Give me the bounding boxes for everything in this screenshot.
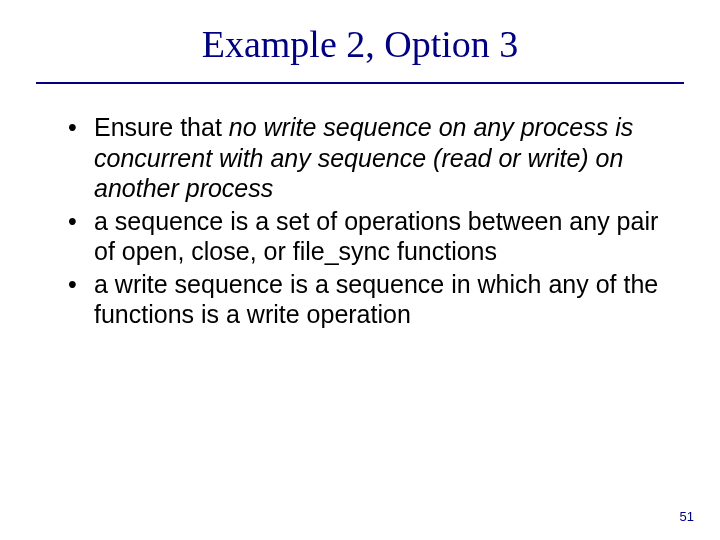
bullet-list: Ensure that no write sequence on any pro… [64, 112, 660, 330]
bullet-lead: a write sequence is a sequence in which … [94, 270, 658, 329]
bullet-lead: Ensure that [94, 113, 229, 141]
slide-body: Ensure that no write sequence on any pro… [0, 84, 720, 330]
page-number: 51 [680, 509, 694, 524]
list-item: a write sequence is a sequence in which … [64, 269, 660, 330]
list-item: a sequence is a set of operations betwee… [64, 206, 660, 267]
slide-title: Example 2, Option 3 [0, 0, 720, 76]
bullet-lead: a sequence is a set of operations betwee… [94, 207, 658, 266]
list-item: Ensure that no write sequence on any pro… [64, 112, 660, 204]
slide: Example 2, Option 3 Ensure that no write… [0, 0, 720, 540]
